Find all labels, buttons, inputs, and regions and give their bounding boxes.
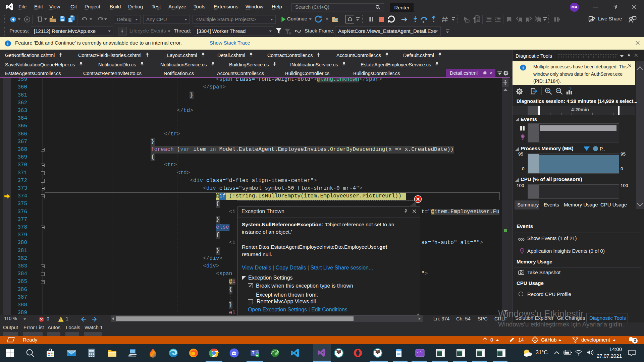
svg-text:?: ? [569,87,572,91]
svg-text:?: ? [521,249,523,252]
svg-text:?: ? [522,135,523,138]
svg-text:C:\_: C:\_ [417,350,423,353]
svg-text:T: T [252,351,255,355]
